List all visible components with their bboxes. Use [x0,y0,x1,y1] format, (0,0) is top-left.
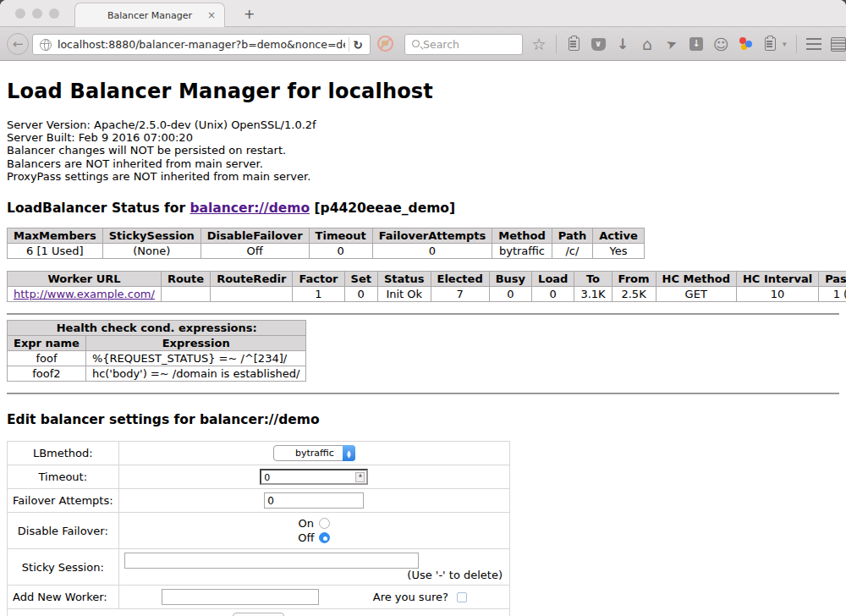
send-tab-icon[interactable]: ➤ [662,34,681,53]
cell-load: 0 [532,287,574,302]
timeout-label: Timeout: [8,465,119,489]
column-header: HC Interval [736,272,818,287]
loadbalancer-status-heading: LoadBalancer Status for balancer://demo … [7,201,839,216]
form-row-disable-failover: Disable Failover: On Off [8,513,510,549]
feedback-smiley-icon[interactable]: ☺ [713,36,728,52]
sidebar-extension-icon[interactable] [831,37,846,52]
tab-close-icon[interactable]: × [207,9,216,21]
lbmethod-label: LBmethod: [8,442,119,465]
column-header: HC Method [656,272,736,287]
url-text[interactable]: localhost:8880/balancer-manager?b=demo&n… [58,38,345,51]
are-you-sure-checkbox[interactable] [457,592,467,602]
table-header-row: Expr name Expression [8,336,306,351]
cell-expr-name: foof2 [8,366,86,382]
cell-expr-name: foof [8,351,86,366]
downloads-icon[interactable]: ↓ [615,36,630,52]
cell-method: bytraffic [492,244,552,259]
column-header: DisableFailover [201,228,309,244]
failover-on-radio[interactable] [319,518,330,529]
failover-attempts-input[interactable] [264,492,364,509]
cell-active: Yes [593,244,645,259]
cell-disablefailover: Off [201,244,309,259]
proxypass-note-line: ProxyPass settings are NOT inherited fro… [7,170,846,183]
search-bar[interactable] [404,34,523,55]
page-title: Load Balancer Manager for localhost [7,80,839,103]
tab-balancer-manager[interactable]: Balancer Manager × [74,3,225,27]
minimize-window-button[interactable] [32,8,42,19]
bookmark-star-icon[interactable]: ☆ [531,36,547,52]
toolbar-separator [556,35,557,53]
download-panel-icon[interactable]: ↓ [689,37,703,51]
back-button[interactable]: ← [7,33,29,55]
worker-table: Worker URL Route RouteRedir Factor Set S… [7,271,846,302]
search-icon[interactable] [412,40,420,47]
worker-row: http://www.example.com/ 1 0 Init Ok 7 0 … [8,287,846,302]
cell-busy: 0 [489,287,531,302]
home-icon[interactable]: ⌂ [640,36,655,52]
table-title-row: Health check cond. expressions: [8,321,306,336]
persist-note-line: Balancer changes will NOT be persisted o… [7,144,846,157]
adblock-disabled-icon[interactable] [377,36,393,52]
health-check-table: Health check cond. expressions: Expr nam… [7,320,306,382]
section-divider [7,393,839,394]
form-row-submit: Submit [8,609,510,616]
url-bar[interactable]: localhost:8880/balancer-manager?b=demo&n… [32,34,371,55]
lbmethod-select[interactable]: bytraffic ▲▼ [273,445,355,461]
column-header: Elected [431,272,489,287]
search-input[interactable] [423,38,503,51]
cell-stickysession: (None) [102,244,201,259]
failover-on-option: On [124,516,504,531]
cell-set: 0 [344,287,377,302]
failover-off-radio[interactable] [319,532,330,543]
select-stepper-icon: ▲▼ [343,445,355,461]
page-content: Load Balancer Manager for localhost Serv… [0,61,846,616]
cell-hc-interval: 10 [736,287,818,302]
tab-title: Balancer Manager [107,10,192,21]
worker-url-link[interactable]: http://www.example.com/ [14,288,155,300]
navigation-toolbar: ← localhost:8880/balancer-manager?b=demo… [0,27,846,61]
cell-expression: hc('body') =~ /domain is established/ [85,366,306,382]
table-header-row: Worker URL Route RouteRedir Factor Set S… [8,272,846,287]
site-identity-globe-icon[interactable] [40,39,52,51]
add-worker-input[interactable] [162,589,319,605]
timeout-input[interactable]: 0▲ [260,469,368,485]
spinner-icon[interactable]: ▲ [355,472,365,482]
reload-icon[interactable]: ↻ [353,38,363,52]
table-row: foof %{REQUEST_STATUS} =~ /^[234]/ [8,351,306,366]
are-you-sure-label: Are you sure? [373,591,448,603]
menu-hamburger-icon[interactable] [806,38,821,50]
balancer-demo-link[interactable]: balancer://demo [190,201,310,216]
lbmethod-selected-value: bytraffic [286,448,343,459]
pocket-icon[interactable]: ∨ [591,38,606,51]
column-header: Method [492,228,552,244]
extension-colored-dots-icon[interactable] [738,36,753,52]
column-header: Factor [293,272,344,287]
cell-timeout: 0 [309,244,372,259]
cell-elected: 7 [431,287,489,302]
close-window-button[interactable] [15,8,25,19]
cell-factor: 1 [293,287,344,302]
section-divider [7,313,839,315]
failover-off-option: Off [124,531,504,545]
add-worker-label: Add New Worker: [8,586,119,609]
health-table-title: Health check cond. expressions: [8,321,306,336]
sticky-session-label: Sticky Session: [8,549,119,586]
server-info: Server Version: Apache/2.5.0-dev (Unix) … [7,118,846,183]
url-separator [349,37,349,52]
cell-from: 2.5K [612,287,656,302]
form-row-sticky-session: Sticky Session: (Use '-' to delete) [8,549,510,586]
extension-dropdown-caret-icon[interactable]: ▾ [783,40,787,48]
column-header: Route [161,272,210,287]
cell-to: 3.1K [574,287,612,302]
clipboard-icon[interactable] [569,37,580,51]
table-row: 6 [1 Used] (None) Off 0 0 bytraffic /c/ … [8,244,645,259]
notes-extension-icon[interactable] [765,37,776,51]
submit-button[interactable]: Submit [233,613,284,616]
column-header: Active [593,228,645,244]
server-version-line: Server Version: Apache/2.5.0-dev (Unix) … [7,118,846,131]
new-tab-button[interactable]: + [237,4,261,24]
sticky-session-input[interactable] [124,553,419,569]
edit-balancer-form: LBmethod: bytraffic ▲▼ Timeout: 0▲ Failo… [7,441,510,616]
zoom-window-button[interactable] [49,8,59,19]
disable-failover-label: Disable Failover: [8,513,119,549]
